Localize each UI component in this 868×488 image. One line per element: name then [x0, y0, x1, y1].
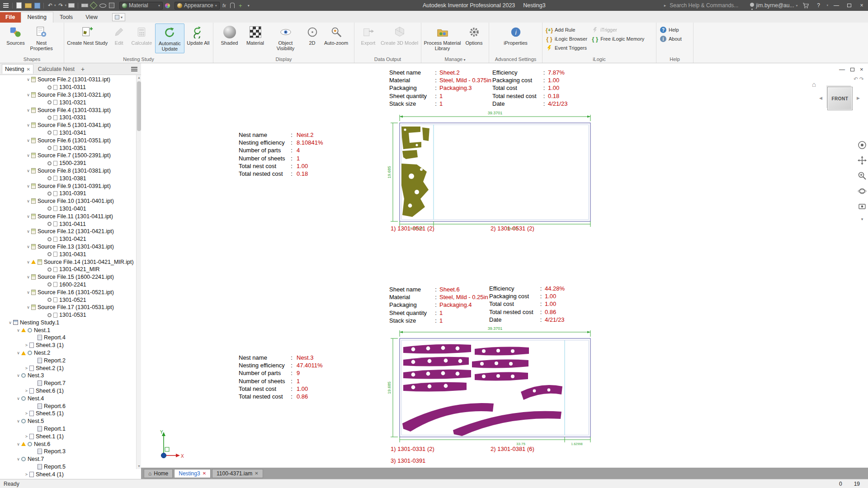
- tree-toggle[interactable]: >: [24, 434, 29, 439]
- tree-item[interactable]: ∨Source File.16 (1301-0521.ipt): [0, 288, 136, 296]
- tree-toggle[interactable]: ∨: [25, 153, 31, 158]
- tree-item[interactable]: ∨Nest.3: [0, 372, 136, 380]
- look-at-icon[interactable]: [857, 202, 867, 211]
- close-icon[interactable]: ✕: [26, 67, 30, 72]
- tree-item[interactable]: ∨Source File.8 (1301-0381.ipt): [0, 167, 136, 175]
- itrigger-button[interactable]: iTrigger: [590, 25, 646, 34]
- tree-toggle[interactable]: ∨: [25, 138, 31, 143]
- tree-toggle[interactable]: ∨: [25, 123, 31, 127]
- shaded-button[interactable]: Shaded: [217, 23, 242, 53]
- tree-toggle[interactable]: >: [24, 366, 29, 371]
- tree-item[interactable]: Report.1: [0, 425, 136, 433]
- tree-item[interactable]: ∨Source File.4 (1301-0331.ipt): [0, 106, 136, 114]
- tree-item[interactable]: ∨Source File.10 (1301-0401.ipt): [0, 197, 136, 205]
- panel-toggle-button[interactable]: ▾: [112, 13, 125, 21]
- tree-item[interactable]: 1301-0341: [0, 129, 136, 137]
- tree-toggle[interactable]: ∨: [25, 77, 31, 82]
- help-button[interactable]: ? Help: [658, 25, 684, 34]
- tree-toggle[interactable]: ∨: [15, 442, 21, 446]
- attach-icon[interactable]: [229, 2, 236, 9]
- tree-item[interactable]: 1301-0391: [0, 190, 136, 197]
- tree-item[interactable]: Report.6: [0, 402, 136, 410]
- tree-item[interactable]: 1301-0421_MIR: [0, 266, 136, 273]
- tab-nesting[interactable]: Nesting: [21, 12, 53, 23]
- tree-item[interactable]: 1301-0411: [0, 220, 136, 228]
- tree-item[interactable]: Report.7: [0, 380, 136, 387]
- tree-toggle[interactable]: ∨: [25, 214, 31, 219]
- tree-item[interactable]: ∨Nesting Study.1: [0, 319, 136, 327]
- minimize-button[interactable]: —: [832, 1, 841, 10]
- orbit-icon[interactable]: [857, 186, 867, 196]
- ilogic-browser-button[interactable]: { } iLogic Browser: [544, 34, 589, 43]
- chevron-down-icon[interactable]: ▾: [245, 2, 252, 9]
- doc-tab-home[interactable]: ⌂ Home: [144, 469, 173, 478]
- process-material-library-button[interactable]: Process Material Library: [424, 23, 461, 53]
- tree-toggle[interactable]: >: [24, 389, 29, 393]
- box-icon[interactable]: [108, 2, 116, 9]
- tree-toggle[interactable]: ∨: [25, 184, 31, 188]
- material-display-button[interactable]: Material: [243, 23, 268, 53]
- tree-item[interactable]: >Sheet.6 (1): [0, 387, 136, 395]
- chevron-down-icon[interactable]: ▾: [54, 4, 56, 7]
- tree-toggle[interactable]: ∨: [25, 244, 31, 249]
- rotate-left-icon[interactable]: ◀: [819, 96, 822, 100]
- fx-icon[interactable]: [221, 2, 228, 9]
- app-icon[interactable]: [2, 2, 10, 9]
- navbar-more-icon[interactable]: ▾: [861, 217, 863, 221]
- export-button[interactable]: Export: [357, 23, 380, 53]
- save-icon[interactable]: [33, 2, 41, 9]
- tree-item[interactable]: 1600-2241: [0, 281, 136, 289]
- pan-icon[interactable]: [857, 155, 867, 165]
- tree-item[interactable]: ∨Source File.2 (1301-0311.ipt): [0, 76, 136, 84]
- doc-tab-nesting3[interactable]: Nesting3 ✕: [174, 469, 211, 478]
- update-all-button[interactable]: Update All: [185, 23, 211, 53]
- tree-toggle[interactable]: ∨: [7, 320, 13, 325]
- tree-toggle[interactable]: ∨: [15, 419, 21, 423]
- print-icon[interactable]: [67, 2, 75, 9]
- home-icon[interactable]: ⌂: [812, 80, 816, 88]
- tree-item[interactable]: ∨Nest.2: [0, 349, 136, 357]
- graphics-window[interactable]: — × Sheet name:Sheet.2Material:Steel, Mi…: [141, 63, 868, 468]
- auto-zoom-button[interactable]: Auto-zoom: [322, 23, 350, 53]
- appearance-dropdown[interactable]: Appearance ▾: [175, 2, 220, 9]
- add-browser-tab-button[interactable]: +: [79, 66, 86, 73]
- tree-item[interactable]: ∨Source File.14 (1301-0421_MIR.ipt): [0, 258, 136, 266]
- sources-button[interactable]: Sources: [6, 23, 24, 53]
- measure-icon[interactable]: [80, 2, 89, 9]
- tree-item[interactable]: ∨Source File.15 (1600-2241.ipt): [0, 273, 136, 281]
- about-button[interactable]: i About: [658, 34, 684, 43]
- tree-item[interactable]: 1301-0351: [0, 144, 136, 152]
- tree-toggle[interactable]: >: [24, 411, 29, 416]
- chevron-down-icon[interactable]: ▾: [65, 4, 67, 7]
- tree-item[interactable]: Report.5: [0, 463, 136, 471]
- close-icon[interactable]: ✕: [255, 471, 258, 476]
- tab-tools[interactable]: Tools: [53, 12, 79, 23]
- tree-toggle[interactable]: ∨: [25, 169, 31, 173]
- tree-item[interactable]: 1301-0311: [0, 84, 136, 91]
- search-input[interactable]: Search Help & Commands...: [670, 2, 746, 9]
- viewcube[interactable]: FRONT: [827, 87, 853, 110]
- rotate-right-icon[interactable]: ▶: [857, 96, 860, 100]
- browser-scrollbar[interactable]: ▲ ▼: [136, 75, 141, 469]
- calculate-button[interactable]: Calculate: [129, 23, 154, 53]
- tree-toggle[interactable]: ∨: [25, 229, 31, 234]
- tree-item[interactable]: Report.4: [0, 334, 136, 342]
- zoom-icon[interactable]: [857, 171, 867, 181]
- tree-item[interactable]: >Sheet.5 (1): [0, 410, 136, 418]
- tree-item[interactable]: ∨Source File.6 (1301-0351.ipt): [0, 136, 136, 144]
- account-menu[interactable]: jim.byrne@au... ▾: [750, 2, 797, 9]
- tree-toggle[interactable]: ∨: [25, 108, 31, 113]
- tree-item[interactable]: >Sheet.3 (1): [0, 342, 136, 349]
- help-icon[interactable]: ?: [814, 1, 823, 10]
- tree-item[interactable]: ∨Source File.3 (1301-0321.ipt): [0, 91, 136, 99]
- cart-icon[interactable]: [801, 1, 810, 10]
- browser-tab-calculate-nest[interactable]: Calculate Nest: [35, 65, 77, 74]
- tree-item[interactable]: ∨Source File.13 (1301-0431.ipt): [0, 243, 136, 251]
- tree-item[interactable]: 1301-0531: [0, 311, 136, 319]
- tree-item[interactable]: ∨Source File.12 (1301-0421.ipt): [0, 228, 136, 235]
- tree-item[interactable]: ∨Source File.11 (1301-0411.ipt): [0, 212, 136, 220]
- tree-item[interactable]: 1301-0421: [0, 235, 136, 243]
- tab-file[interactable]: File: [0, 12, 21, 23]
- tree-toggle[interactable]: >: [24, 343, 29, 347]
- tree-item[interactable]: ∨Nest.6: [0, 440, 136, 448]
